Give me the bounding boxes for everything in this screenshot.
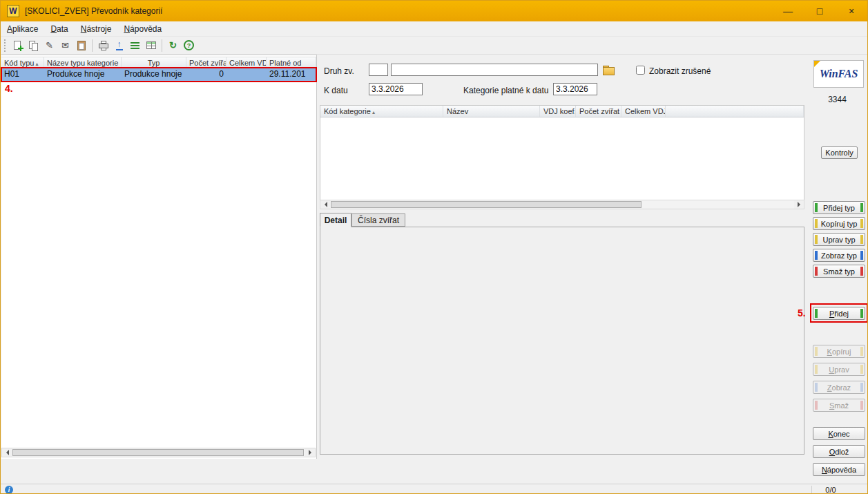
scroll-left-icon: [322, 202, 327, 207]
table-row[interactable]: H01 Produkce hnoje Produkce hnoje 0 29.1…: [1, 68, 316, 81]
scroll-right-icon: [798, 202, 803, 207]
record-counter: 0/0: [812, 486, 849, 494]
druh-zv-label: Druh zv.: [324, 66, 354, 76]
cell-kod-typu: H01: [1, 68, 44, 81]
zobraz-typ-button[interactable]: Zobraz typ: [813, 249, 865, 262]
konec-button[interactable]: Konec: [813, 427, 865, 440]
toolbar-drag-handle[interactable]: [4, 39, 6, 52]
smaz-button: Smaž: [813, 399, 865, 412]
window-controls: — □ ×: [772, 1, 867, 21]
column-header-nazev[interactable]: Název: [443, 106, 540, 117]
column-header-kod-kategorie[interactable]: Kód kategorie▴: [320, 106, 443, 117]
napoveda-button[interactable]: Nápověda: [813, 463, 865, 476]
scrollbar-thumb[interactable]: [331, 201, 642, 208]
mail-icon: ✉: [61, 41, 69, 50]
task-number: 3344: [806, 95, 868, 104]
help-icon: ?: [184, 40, 194, 50]
column-header-vdj-koef[interactable]: VDJ koef.: [540, 106, 576, 117]
k-datu-input[interactable]: [369, 83, 423, 95]
column-header-pocet-zvirat[interactable]: Počet zvířat: [186, 57, 226, 68]
detail-tab-panel: [320, 227, 804, 455]
app-window: W [SKOLICI_ZVER] Převodník kategorií — □…: [0, 0, 868, 494]
column-header-platne-od[interactable]: Platné od: [267, 57, 316, 68]
menu-aplikace[interactable]: Aplikace: [1, 21, 44, 36]
refresh-button[interactable]: ↻: [165, 38, 181, 53]
kategorie-platne-input[interactable]: [553, 83, 597, 95]
menu-nastroje[interactable]: Nástroje: [75, 21, 118, 36]
tab-cisla-zvirat[interactable]: Čísla zvířat: [351, 213, 405, 227]
refresh-icon: ↻: [169, 41, 177, 50]
list-button[interactable]: [127, 38, 143, 53]
toolbar: ✎ ✉ ↑ ↻ ?: [1, 37, 867, 55]
druh-zv-lookup-button[interactable]: [601, 64, 615, 76]
main-panel: Druh zv. Zobrazit zrušené K datu Kategor…: [318, 55, 806, 484]
export-button[interactable]: ↑: [111, 38, 127, 53]
statusbar: i 0/0: [1, 484, 867, 494]
edit-icon: ✎: [46, 41, 53, 50]
druh-zv-code-input[interactable]: [369, 64, 388, 76]
column-header-typ[interactable]: Typ: [122, 57, 186, 68]
scroll-right-button[interactable]: [794, 200, 804, 209]
category-table-header: Kód kategorie▴ Název VDJ koef. Počet zví…: [320, 106, 804, 117]
scroll-left-button[interactable]: [320, 200, 330, 209]
k-datu-label: K datu: [324, 86, 348, 95]
new-button[interactable]: [10, 38, 26, 53]
scroll-left-icon: [3, 450, 9, 455]
column-header-nazev-typu[interactable]: Název typu kategorie: [44, 57, 122, 68]
print-button[interactable]: [95, 38, 111, 53]
scroll-left-button[interactable]: [2, 448, 12, 457]
type-table-header: Kód typu▴ Název typu kategorie Typ Počet…: [1, 57, 316, 68]
sort-asc-icon: ▴: [372, 109, 375, 115]
type-list-hscrollbar[interactable]: [1, 448, 316, 457]
paste-button[interactable]: [73, 38, 89, 53]
toolbar-separator: [92, 39, 93, 52]
kontroly-button[interactable]: Kontroly: [821, 146, 858, 159]
action-sidebar: WinFAS 3344 Kontroly Přidej typ Kopíruj …: [806, 55, 868, 484]
close-button[interactable]: ×: [836, 1, 867, 21]
menubar: Aplikace Data Nástroje Nápověda: [1, 21, 867, 37]
zobrazit-zrusene-checkbox[interactable]: [636, 66, 645, 75]
column-header-celkem-vdj[interactable]: Celkem VDJ: [621, 106, 666, 117]
maximize-button[interactable]: □: [804, 1, 836, 21]
tab-detail[interactable]: Detail: [320, 213, 351, 227]
cell-typ: Produkce hnoje: [122, 68, 186, 81]
uprav-typ-button[interactable]: Uprav typ: [813, 233, 865, 246]
cell-celkem-vdj: [226, 68, 267, 81]
category-table: Kód kategorie▴ Název VDJ koef. Počet zví…: [320, 105, 804, 200]
column-header-kod-typu[interactable]: Kód typu▴: [1, 57, 44, 68]
copy-button[interactable]: [26, 38, 41, 53]
pridej-typ-button[interactable]: Přidej typ: [813, 201, 865, 214]
menu-napoveda[interactable]: Nápověda: [117, 21, 168, 36]
print-icon: [98, 40, 109, 51]
grid-icon: [146, 41, 156, 49]
mail-button[interactable]: ✉: [57, 38, 73, 53]
odloz-button[interactable]: Odlož: [813, 445, 865, 458]
kopiruj-button: Kopíruj: [813, 345, 865, 358]
category-table-hscrollbar[interactable]: [320, 200, 804, 209]
type-list-panel: Kód typu▴ Název typu kategorie Typ Počet…: [1, 55, 317, 459]
cell-pocet-zvirat: 0: [186, 68, 226, 81]
edit-button[interactable]: ✎: [41, 38, 57, 53]
toolbar-separator: [162, 39, 162, 52]
menu-data[interactable]: Data: [44, 21, 74, 36]
scrollbar-thumb[interactable]: [12, 449, 304, 456]
help-button[interactable]: ?: [181, 38, 197, 53]
copy-icon: [28, 40, 39, 51]
export-icon: ↑: [116, 40, 123, 50]
category-table-body[interactable]: [320, 117, 804, 200]
kopiruj-typ-button[interactable]: Kopíruj typ: [813, 217, 865, 230]
smaz-typ-button[interactable]: Smaž typ: [813, 265, 865, 278]
annotation-step5: 5.: [798, 307, 806, 319]
grid-button[interactable]: [143, 38, 159, 53]
cell-nazev-typu: Produkce hnoje: [44, 68, 122, 81]
zobraz-button: Zobraz: [813, 381, 865, 394]
winfas-logo: WinFAS: [813, 60, 864, 88]
titlebar: W [SKOLICI_ZVER] Převodník kategorií — □…: [1, 1, 867, 21]
window-title: [SKOLICI_ZVER] Převodník kategorií: [25, 6, 162, 16]
druh-zv-name-input[interactable]: [391, 64, 598, 76]
minimize-button[interactable]: —: [772, 1, 804, 21]
column-header-celkem-vdj[interactable]: Celkem VDJ: [226, 57, 267, 68]
pridej-button[interactable]: Přidej: [813, 307, 865, 320]
scroll-right-button[interactable]: [305, 448, 315, 457]
column-header-pocet-zvirat[interactable]: Počet zvířat: [576, 106, 621, 117]
